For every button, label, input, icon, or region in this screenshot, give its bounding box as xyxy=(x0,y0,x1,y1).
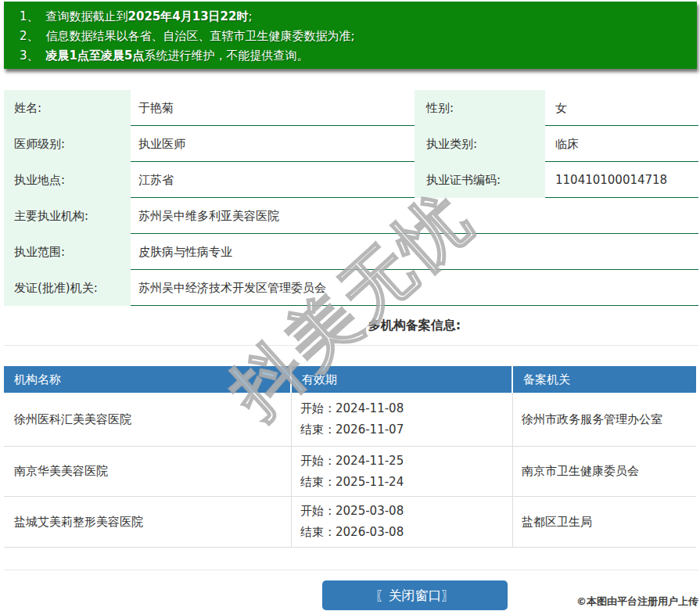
divider xyxy=(4,345,698,346)
notice-line-2: 2、信息数据结果以各省、自治区、直辖市卫生健康委数据为准; xyxy=(20,27,689,46)
query-result-page: 1、查询数据截止到2025年4月13日22时; 2、信息数据结果以各省、自治区、… xyxy=(0,0,700,611)
table-row: 医师级别: 执业医师 执业类别: 临床 xyxy=(4,126,698,162)
authority-cell: 南京市卫生健康委员会 xyxy=(513,447,696,496)
table-row: 徐州医科汇美美容医院 开始：2024-11-08 结束：2026-11-07 徐… xyxy=(4,393,696,447)
field-value-main-institution: 苏州吴中维多利亚美容医院 xyxy=(138,198,279,234)
table-row: 盐城艾美莉整形美容医院 开始：2025-03-08 结束：2026-03-08 … xyxy=(4,497,696,548)
authority-cell: 盐都区卫生局 xyxy=(513,497,696,547)
table-row: 发证(批准)机关: 苏州吴中经济技术开发区管理委员会 xyxy=(4,270,698,306)
table-row: 执业范围: 皮肤病与性病专业 xyxy=(4,234,698,270)
table-header-row: 机构名称 有效期 备案机关 xyxy=(4,366,696,393)
field-label-name: 姓名: xyxy=(4,90,131,126)
doctor-info-table: 姓名: 于艳菊 性别: 女 医师级别: 执业医师 执业类别: 临床 执业地点: … xyxy=(4,90,698,306)
notice-line-3: 3、凌晨1点至凌晨5点系统进行维护，不能提供查询。 xyxy=(20,46,689,66)
validity-start: 开始：2025-03-08 xyxy=(300,501,512,522)
validity-start: 开始：2024-11-25 xyxy=(300,451,512,472)
org-name-cell: 徐州医科汇美美容医院 xyxy=(4,393,292,446)
multi-org-table: 机构名称 有效期 备案机关 徐州医科汇美美容医院 开始：2024-11-08 结… xyxy=(4,366,696,548)
close-window-button[interactable]: 〖关闭窗口〗 xyxy=(322,580,508,610)
field-label-main-institution: 主要执业机构: xyxy=(4,198,131,234)
notice-banner: 1、查询数据截止到2025年4月13日22时; 2、信息数据结果以各省、自治区、… xyxy=(4,2,697,69)
notice-line-1: 1、查询数据截止到2025年4月13日22时; xyxy=(20,7,689,27)
field-value-name: 于艳菊 xyxy=(138,90,174,126)
table-row: 姓名: 于艳菊 性别: 女 xyxy=(4,90,698,126)
notice-text: ; xyxy=(248,9,252,23)
validity-end: 结束：2025-11-24 xyxy=(300,472,512,493)
upload-credit: ©本图由平台注册用户上传 xyxy=(576,595,698,609)
field-value-doctor-level: 执业医师 xyxy=(138,126,185,162)
org-name-cell: 南京华美美容医院 xyxy=(4,447,292,496)
notice-text: 查询数据截止到 xyxy=(46,9,128,23)
validity-cell: 开始：2025-03-08 结束：2026-03-08 xyxy=(292,497,513,547)
field-label-gender: 性别: xyxy=(415,90,545,126)
column-header-filing-authority: 备案机关 xyxy=(513,366,696,393)
multi-org-section-title: 多机构备案信息: xyxy=(129,318,700,334)
org-name-cell: 盐城艾美莉整形美容医院 xyxy=(4,497,292,547)
notice-text: 系统进行维护，不能提供查询。 xyxy=(144,49,308,63)
table-row: 主要执业机构: 苏州吴中维多利亚美容医院 xyxy=(4,198,698,234)
field-label-doctor-level: 医师级别: xyxy=(4,126,131,162)
field-value-practice-scope: 皮肤病与性病专业 xyxy=(138,234,232,270)
divider xyxy=(4,570,698,570)
validity-start: 开始：2024-11-08 xyxy=(300,398,512,419)
field-label-practice-scope: 执业范围: xyxy=(4,234,131,270)
validity-end: 结束：2026-11-07 xyxy=(300,419,512,440)
field-label-certificate-number: 执业证书编码: xyxy=(415,162,545,198)
field-value-practice-category: 临床 xyxy=(555,126,579,162)
column-header-validity-period: 有效期 xyxy=(292,366,513,393)
validity-end: 结束：2026-03-08 xyxy=(300,522,512,543)
table-row: 执业地点: 江苏省 执业证书编码: 110410100014718 xyxy=(4,162,698,198)
field-value-certificate-number: 110410100014718 xyxy=(555,162,667,198)
notice-number: 1、 xyxy=(20,9,39,23)
notice-number: 2、 xyxy=(20,29,39,43)
column-header-institution-name: 机构名称 xyxy=(4,366,292,393)
field-label-practice-category: 执业类别: xyxy=(415,126,545,162)
field-value-gender: 女 xyxy=(555,90,567,126)
field-value-issuing-authority: 苏州吴中经济技术开发区管理委员会 xyxy=(138,270,326,306)
notice-text: 信息数据结果以各省、自治区、直辖市卫生健康委数据为准; xyxy=(46,29,355,43)
notice-number: 3、 xyxy=(20,49,39,63)
validity-cell: 开始：2024-11-08 结束：2026-11-07 xyxy=(292,393,513,446)
validity-cell: 开始：2024-11-25 结束：2025-11-24 xyxy=(292,447,513,496)
authority-cell: 徐州市政务服务管理办公室 xyxy=(513,393,696,446)
notice-text-bold: 凌晨1点至凌晨5点 xyxy=(46,49,145,63)
field-label-issuing-authority: 发证(批准)机关: xyxy=(4,270,131,306)
table-row: 南京华美美容医院 开始：2024-11-25 结束：2025-11-24 南京市… xyxy=(4,447,696,497)
field-label-practice-location: 执业地点: xyxy=(4,162,131,198)
notice-text-bold: 2025年4月13日22时 xyxy=(128,9,249,23)
field-value-practice-location: 江苏省 xyxy=(138,162,174,198)
